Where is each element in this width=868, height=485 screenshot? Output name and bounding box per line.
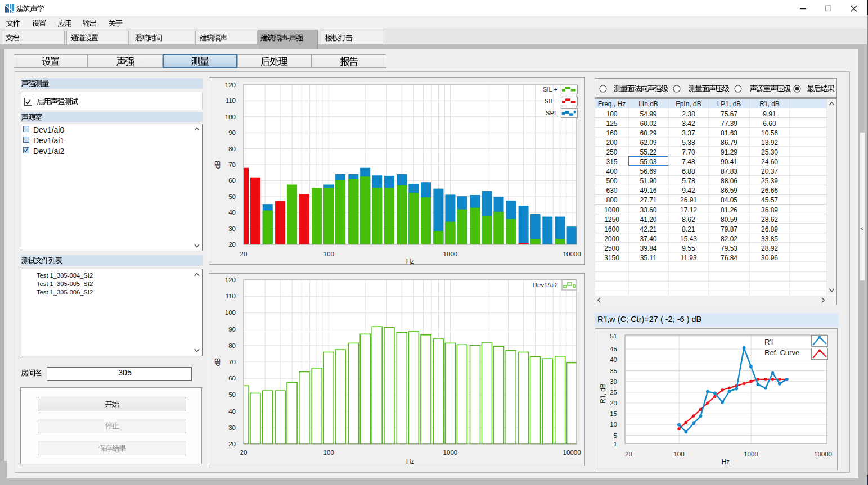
svg-text:dB: dB — [214, 161, 222, 169]
svg-text:60: 60 — [228, 375, 236, 382]
svg-text:40: 40 — [228, 209, 236, 216]
svg-text:SPL: SPL — [546, 110, 558, 116]
svg-text:100: 100 — [225, 309, 236, 316]
svg-text:110: 110 — [226, 97, 236, 104]
svg-text:1000: 1000 — [744, 451, 758, 457]
svg-text:R'I, dB: R'I, dB — [599, 383, 607, 404]
svg-text:Hz: Hz — [722, 458, 730, 466]
svg-text:120: 120 — [225, 81, 236, 88]
svg-text:110: 110 — [226, 293, 236, 300]
svg-text:1: 1 — [614, 441, 617, 447]
svg-text:Hz: Hz — [406, 457, 415, 465]
svg-text:100: 100 — [323, 449, 334, 456]
svg-text:100: 100 — [673, 451, 684, 457]
svg-text:5: 5 — [614, 432, 617, 439]
svg-text:15: 15 — [610, 410, 617, 417]
svg-text:50: 50 — [228, 391, 236, 398]
svg-text:30: 30 — [610, 378, 617, 385]
svg-text:90: 90 — [228, 326, 236, 333]
svg-text:80: 80 — [228, 342, 236, 349]
svg-text:30: 30 — [228, 225, 236, 232]
svg-text:25: 25 — [610, 389, 617, 396]
svg-text:10000: 10000 — [814, 451, 832, 457]
svg-text:35: 35 — [610, 368, 617, 374]
svg-text:40: 40 — [228, 408, 236, 415]
svg-text:Hz: Hz — [406, 257, 415, 265]
svg-text:90: 90 — [228, 129, 236, 136]
svg-text:20: 20 — [625, 451, 632, 457]
svg-text:20: 20 — [610, 400, 617, 406]
svg-text:SIL +: SIL + — [543, 86, 558, 93]
svg-text:40: 40 — [610, 356, 617, 363]
svg-text:20: 20 — [228, 441, 236, 447]
svg-text:10000: 10000 — [563, 449, 581, 456]
svg-text:10000: 10000 — [563, 251, 581, 257]
svg-text:100: 100 — [225, 114, 236, 120]
svg-text:120: 120 — [225, 277, 236, 283]
svg-text:Dev1/ai2: Dev1/ai2 — [533, 282, 558, 288]
svg-text:1000: 1000 — [443, 449, 458, 456]
svg-text:10: 10 — [610, 421, 617, 428]
svg-text:1000: 1000 — [443, 251, 458, 257]
svg-text:45: 45 — [610, 346, 617, 352]
svg-text:Ref. Curve: Ref. Curve — [764, 348, 799, 357]
svg-text:70: 70 — [228, 359, 236, 365]
svg-text:20: 20 — [240, 449, 248, 456]
svg-text:70: 70 — [228, 161, 236, 168]
svg-text:50: 50 — [228, 193, 236, 200]
svg-text:51: 51 — [610, 333, 617, 339]
svg-text:80: 80 — [228, 146, 236, 152]
svg-text:dB: dB — [214, 358, 222, 366]
svg-text:30: 30 — [228, 424, 236, 431]
svg-text:20: 20 — [240, 251, 248, 257]
svg-text:R'I: R'I — [764, 338, 773, 346]
svg-text:20: 20 — [228, 241, 236, 248]
svg-text:100: 100 — [323, 251, 334, 257]
svg-text:60: 60 — [228, 177, 236, 184]
svg-text:SIL -: SIL - — [545, 98, 558, 105]
